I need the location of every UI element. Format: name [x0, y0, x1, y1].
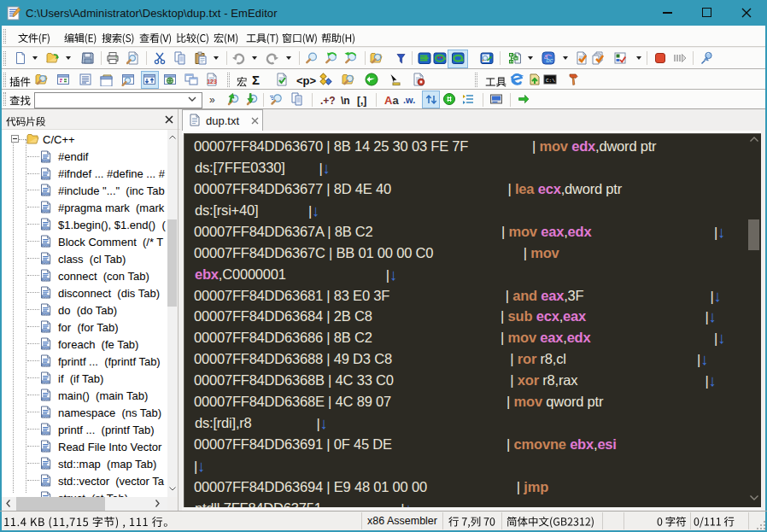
svg-text:C:\: C:\	[546, 78, 555, 84]
svg-text:123: 123	[207, 79, 217, 85]
svg-text:bc: bc	[546, 56, 553, 64]
